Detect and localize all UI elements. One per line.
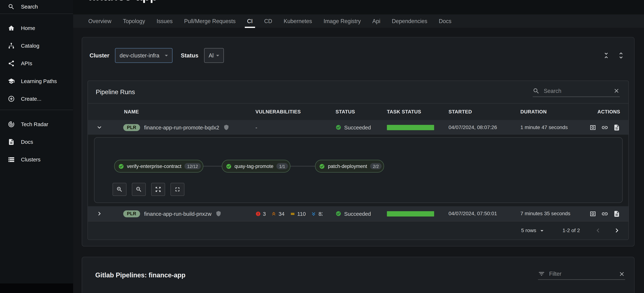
tab-label: Topology — [123, 18, 145, 24]
tab-label: Api — [372, 18, 380, 24]
tab-label: Overview — [88, 18, 112, 24]
task-node[interactable]: patch-deployment 2/2 — [315, 160, 384, 172]
plr-badge: PLR — [123, 210, 140, 217]
gitlab-pipelines-title: Gitlab Pipelines: finance-app — [95, 271, 185, 279]
output-icon[interactable] — [589, 210, 596, 217]
pipeline-run-name[interactable]: finance-app-run-promote-bqdx2 — [144, 124, 219, 130]
expand-row-icon[interactable] — [96, 210, 103, 218]
tab-image-registry[interactable]: Image Registry — [318, 14, 367, 28]
tab-topology[interactable]: Topology — [117, 14, 151, 28]
sidebar-search[interactable]: Search — [0, 0, 73, 14]
zoom-in-button[interactable] — [112, 183, 126, 196]
low-severity-icon — [311, 211, 316, 216]
table-row[interactable]: PLR finance-app-run-build-pnxzw 3 — [88, 206, 628, 221]
reset-view-button[interactable] — [170, 183, 184, 196]
task-connector — [290, 166, 315, 166]
fit-to-screen-button[interactable] — [151, 183, 165, 196]
sidebar-item-learning-paths[interactable]: Learning Paths — [0, 72, 73, 90]
chevron-down-icon — [214, 52, 222, 59]
cluster-select[interactable]: dev-cluster-infra — [115, 48, 172, 63]
status-select[interactable]: All — [204, 48, 224, 63]
zoom-in-icon — [116, 186, 123, 193]
tab-dependencies[interactable]: Dependencies — [386, 14, 433, 28]
expand-all-button[interactable] — [617, 51, 626, 60]
rows-per-page-value: 5 rows — [521, 228, 536, 234]
collapse-row-icon[interactable] — [96, 124, 103, 131]
sidebar-item-create[interactable]: Create... — [0, 90, 73, 108]
high-count: 34 — [278, 210, 284, 217]
tab-label: CD — [264, 18, 272, 24]
tab-label: Docs — [439, 18, 452, 24]
task-node[interactable]: verify-enterprise-contract 12/12 — [114, 160, 203, 172]
logs-icon[interactable] — [613, 210, 620, 217]
task-node[interactable]: quay-tag-promote 1/1 — [222, 160, 290, 172]
task-success-icon — [319, 163, 325, 169]
link-icon[interactable] — [601, 210, 608, 217]
filter-input[interactable] — [548, 270, 615, 277]
status-text: Succeeded — [344, 124, 371, 130]
search-input[interactable] — [543, 87, 610, 94]
sidebar-item-home[interactable]: Home — [0, 19, 73, 37]
sidebar-item-label: Create... — [21, 96, 42, 102]
unfold-less-icon — [602, 52, 610, 60]
rows-per-page-select[interactable]: 5 rows — [521, 227, 545, 234]
task-name: verify-enterprise-contract — [127, 163, 181, 169]
column-header-status: STATUS — [322, 109, 374, 115]
caret-down-icon — [538, 227, 545, 234]
create-icon — [8, 95, 15, 102]
pipeline-visualization: verify-enterprise-contract 12/12 quay-ta… — [94, 137, 623, 203]
sidebar-item-apis[interactable]: APIs — [0, 55, 73, 72]
task-name: patch-deployment — [328, 163, 367, 169]
tab-docs[interactable]: Docs — [433, 14, 457, 28]
apis-icon — [8, 60, 15, 67]
sidebar: Search Home Catalog APIs Learning Paths — [0, 0, 73, 284]
tab-api[interactable]: Api — [366, 14, 386, 28]
previous-page-icon[interactable] — [594, 226, 602, 234]
task-step-count: 12/12 — [184, 163, 201, 169]
critical-vulnerabilities: 3 — [256, 210, 266, 217]
output-icon[interactable] — [589, 124, 596, 131]
pipeline-runs-title: Pipeline Runs — [96, 88, 135, 96]
gitlab-pipelines-header: Gitlab Pipelines: finance-app — [82, 257, 634, 280]
clear-filter-icon[interactable] — [618, 270, 625, 277]
pagination-range: 1-2 of 2 — [562, 228, 580, 234]
gitlab-pipelines-card: Gitlab Pipelines: finance-app — [82, 257, 634, 293]
sidebar-item-catalog[interactable]: Catalog — [0, 37, 73, 54]
sidebar-item-clusters[interactable]: Clusters — [0, 151, 73, 168]
tab-pull-merge-requests[interactable]: Pull/Merge Requests — [178, 14, 242, 28]
tab-label: CI — [247, 18, 253, 24]
success-status-icon — [336, 211, 342, 216]
high-severity-icon — [271, 211, 276, 216]
pipeline-task-graph: verify-enterprise-contract 12/12 quay-ta… — [114, 160, 384, 172]
sidebar-primary-nav: Home Catalog APIs Learning Paths Create.… — [0, 14, 73, 108]
sidebar-item-docs[interactable]: Docs — [0, 133, 73, 151]
column-header-name: NAME — [111, 109, 242, 115]
tab-kubernetes[interactable]: Kubernetes — [278, 14, 318, 28]
logs-icon[interactable] — [613, 124, 620, 131]
critical-count: 3 — [263, 210, 266, 217]
tab-issues[interactable]: Issues — [151, 14, 178, 28]
entity-header: finance-app — [73, 0, 644, 14]
ci-section-card: Cluster dev-cluster-infra Status All — [82, 37, 634, 246]
tab-label: Pull/Merge Requests — [184, 18, 236, 24]
tab-cd[interactable]: CD — [258, 14, 278, 28]
vulnerabilities-summary: 3 34 110 — [242, 210, 322, 217]
pipeline-runs-search — [532, 87, 620, 97]
task-step-count: 2/2 — [370, 163, 382, 169]
zoom-out-button[interactable] — [132, 183, 146, 196]
medium-severity-icon — [290, 211, 295, 216]
clear-search-icon[interactable] — [613, 88, 620, 94]
pipeline-run-name[interactable]: finance-app-run-build-pnxzw — [144, 210, 212, 217]
tab-ci[interactable]: CI — [241, 14, 258, 28]
collapse-all-button[interactable] — [602, 51, 611, 60]
tab-overview[interactable]: Overview — [82, 14, 117, 28]
tab-label: Dependencies — [392, 18, 427, 24]
sidebar-search-label: Search — [21, 4, 38, 10]
table-row[interactable]: PLR finance-app-run-promote-bqdx2 - Succ… — [88, 120, 628, 135]
next-page-icon[interactable] — [613, 226, 621, 234]
clusters-icon — [8, 156, 15, 163]
started-timestamp: 04/07/2024, 07:50:01 — [436, 211, 507, 216]
entity-title: finance-app — [88, 0, 158, 4]
link-icon[interactable] — [601, 124, 608, 131]
sidebar-item-tech-radar[interactable]: Tech Radar — [0, 116, 73, 133]
